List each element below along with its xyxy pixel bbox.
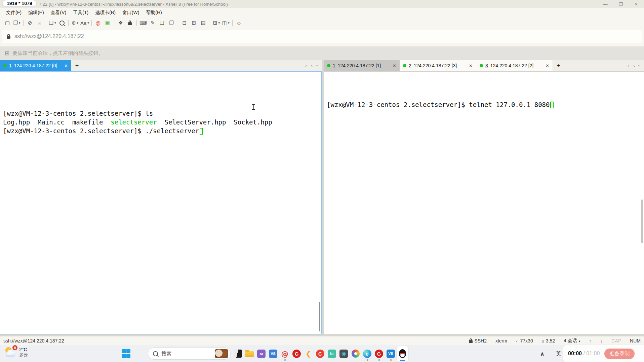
qq-icon[interactable] bbox=[397, 346, 408, 361]
tab-list-icon[interactable]: › bbox=[637, 65, 643, 67]
weather-sun-cloud-icon: 8 bbox=[5, 346, 17, 358]
session-status-dot bbox=[480, 64, 483, 67]
right-tab-2[interactable]: 2124.220.4.187:22 [3]✕ bbox=[400, 60, 476, 71]
swirl-app-icon[interactable]: ◉ bbox=[338, 346, 350, 361]
session-url: ssh://wzx@124.220.4.187:22 bbox=[14, 33, 84, 39]
palette-icon[interactable] bbox=[350, 346, 361, 361]
tab-scroll-left-icon[interactable]: ‹ bbox=[628, 63, 629, 69]
edge-icon-glyph: e bbox=[363, 350, 371, 358]
tab-close-icon[interactable]: ✕ bbox=[62, 63, 68, 68]
new-window-icon[interactable]: ⊞▾ bbox=[212, 19, 220, 27]
baota-icon[interactable]: bt bbox=[326, 346, 338, 361]
terminal-app-icon[interactable] bbox=[232, 346, 244, 361]
find-icon[interactable] bbox=[58, 19, 66, 27]
search-highlight-image[interactable] bbox=[215, 349, 228, 358]
compose-send-icon[interactable]: ⊞ bbox=[190, 19, 198, 27]
windows-start-button[interactable] bbox=[122, 349, 131, 358]
left-tab-1[interactable]: 1124.220.4.187:22 [0]✕ bbox=[0, 60, 71, 71]
menu-item-2[interactable]: 查看(V) bbox=[47, 9, 70, 17]
right-tab-bar: 1124.220.4.187:22 [1]✕2124.220.4.187:22 … bbox=[324, 60, 644, 71]
tab-close-icon[interactable]: ✕ bbox=[544, 63, 549, 68]
vscode-installer-icon[interactable]: VS bbox=[267, 346, 279, 361]
weather-widget[interactable]: 8 2°C 多云 bbox=[5, 346, 28, 358]
tab-close-icon[interactable]: ✕ bbox=[391, 63, 396, 68]
weather-badge: 8 bbox=[12, 345, 17, 350]
tray-expand-icon[interactable]: ∧ bbox=[540, 351, 545, 357]
left-terminal[interactable]: [wzx@VM-12-3-centos 2.selectserver]$ lsL… bbox=[0, 71, 322, 334]
menu-item-5[interactable]: 窗口(W) bbox=[119, 9, 143, 17]
ime-indicator[interactable]: 英 bbox=[556, 350, 561, 357]
left-scrollbar-thumb[interactable] bbox=[319, 302, 320, 331]
toolbar-separator bbox=[136, 20, 137, 26]
csdn-icon[interactable]: C bbox=[314, 346, 326, 361]
tab-list-icon[interactable]: › bbox=[315, 65, 320, 67]
xshell-icon[interactable]: @ bbox=[279, 346, 291, 361]
compose-pane-icon-glyph: ⊟ bbox=[183, 20, 187, 26]
menu-item-3[interactable]: 工具(T) bbox=[70, 9, 92, 17]
status-session-count[interactable]: 4 会话▴ bbox=[564, 338, 580, 344]
tile-layout-icon[interactable]: ◫▾ bbox=[222, 19, 230, 27]
visual-studio-icon[interactable]: ∞ bbox=[255, 346, 267, 361]
restore-button[interactable]: ❐ bbox=[613, 0, 629, 8]
lock-screen-icon[interactable] bbox=[126, 19, 134, 27]
gitee-icon[interactable]: G bbox=[291, 346, 303, 361]
xagent-icon-glyph: @ bbox=[95, 20, 100, 26]
status-scroll-up[interactable]: ↑ bbox=[589, 338, 592, 344]
right-tab-3[interactable]: 3124.220.4.187:22 [2]✕ bbox=[476, 60, 553, 71]
vscode-icon[interactable]: VS bbox=[385, 346, 397, 361]
tab-scroll-right-icon[interactable]: › bbox=[311, 63, 313, 69]
terminal-line: [wzx@VM-12-3-centos 2.selectserver]$ ls bbox=[3, 109, 321, 118]
menu-item-6[interactable]: 帮助(H) bbox=[143, 9, 165, 17]
tab-close-icon[interactable]: ✕ bbox=[467, 63, 473, 68]
minimize-button[interactable]: — bbox=[598, 0, 613, 8]
weather-condition: 多云 bbox=[19, 352, 28, 357]
right-tab-1[interactable]: 1124.220.4.187:22 [1]✕ bbox=[324, 60, 400, 71]
fullscreen-icon[interactable]: ❖ bbox=[117, 19, 125, 27]
virtual-keyboard-icon[interactable]: ⌨ bbox=[139, 19, 147, 27]
duplicate-session-icon[interactable]: ❏▾ bbox=[48, 19, 56, 27]
dropdown-caret-icon: ▾ bbox=[87, 21, 89, 25]
open-sessions-icon[interactable]: ❐▾ bbox=[13, 19, 21, 27]
disconnect-icon[interactable]: ⊘ bbox=[26, 19, 34, 27]
compose-pane-icon[interactable]: ⊟ bbox=[180, 19, 189, 27]
file-explorer-icon-glyph bbox=[245, 351, 254, 357]
encoding-globe-icon[interactable]: ⊕▾ bbox=[71, 19, 79, 27]
new-session-icon[interactable]: ▢ bbox=[3, 19, 11, 27]
find-icon-glyph bbox=[59, 21, 65, 26]
gitee-icon-glyph: G bbox=[292, 350, 301, 358]
right-scrollbar-thumb[interactable] bbox=[641, 200, 643, 243]
logging-icon[interactable]: ❏ bbox=[158, 19, 166, 27]
file-transfer-icon[interactable]: ▣ bbox=[104, 19, 112, 27]
taskbar-search[interactable]: 搜索 bbox=[148, 348, 231, 360]
new-tab-button[interactable]: + bbox=[553, 60, 564, 71]
menu-item-0[interactable]: 文件(F) bbox=[3, 9, 25, 17]
font-size-icon[interactable]: Aa▾ bbox=[80, 19, 89, 27]
edge-icon[interactable]: e bbox=[361, 346, 373, 361]
tab-scroll-right-icon[interactable]: › bbox=[633, 63, 635, 69]
menu-item-4[interactable]: 选项卡(B) bbox=[92, 9, 119, 17]
xagent-icon[interactable]: @ bbox=[94, 19, 102, 27]
close-button[interactable]: ✕ bbox=[629, 0, 644, 8]
leetcode-icon[interactable]: ❮ bbox=[303, 346, 314, 361]
menu-bar: 文件(F)编辑(E)查看(V)工具(T)选项卡(B)窗口(W)帮助(H) bbox=[0, 8, 644, 17]
record-button[interactable]: 准备录制 bbox=[604, 349, 635, 359]
right-terminal[interactable]: [wzx@VM-12-3-centos 2.selectserver]$ tel… bbox=[324, 71, 644, 334]
status-scroll-down[interactable]: ↓ bbox=[600, 338, 603, 344]
highlight-icon[interactable]: ✎ bbox=[149, 19, 157, 27]
toolbar-separator bbox=[46, 20, 46, 26]
address-bar[interactable]: ssh://wzx@124.220.4.187:22 bbox=[2, 30, 642, 43]
tab-scroll-left-icon[interactable]: ‹ bbox=[305, 63, 307, 69]
cursor-position-icon: ▯ bbox=[542, 338, 544, 343]
new-tab-button[interactable]: + bbox=[71, 60, 83, 71]
help-icon[interactable]: ☺ bbox=[235, 19, 243, 27]
file-explorer-icon[interactable] bbox=[244, 346, 255, 361]
dropdown-caret-icon: ▾ bbox=[19, 21, 21, 25]
chat-pane-icon[interactable]: ▤ bbox=[199, 19, 207, 27]
tab-arrange-icon[interactable]: ❐ bbox=[167, 19, 175, 27]
reconnect-icon-glyph: ∞ bbox=[38, 20, 41, 26]
gitee-2-icon[interactable]: G bbox=[373, 346, 385, 361]
menu-item-1[interactable]: 编辑(E) bbox=[25, 9, 47, 17]
tab-nav-arrows: ‹›› bbox=[305, 60, 322, 71]
info-bar-text: 要添加当前会话，点击左侧的箭头按钮。 bbox=[12, 50, 103, 57]
session-status-dot bbox=[403, 64, 406, 67]
